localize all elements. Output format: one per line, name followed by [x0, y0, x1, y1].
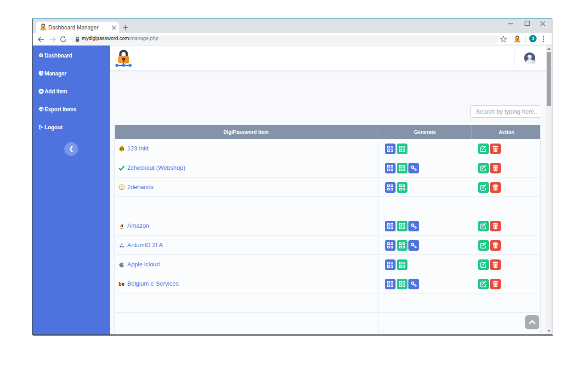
svg-text:2: 2	[121, 185, 123, 190]
svg-text:a: a	[120, 223, 123, 229]
svg-text:123: 123	[120, 148, 124, 150]
